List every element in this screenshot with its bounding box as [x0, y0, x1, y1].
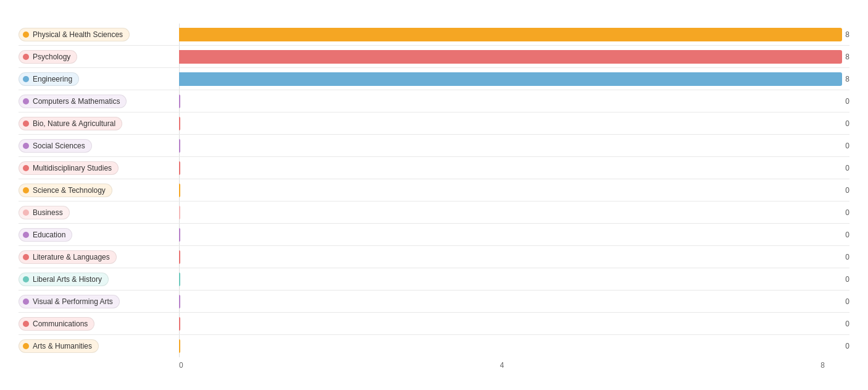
- bar-row: Education0: [19, 224, 849, 246]
- bar-row: Bio, Nature & Agricultural0: [19, 112, 849, 135]
- pill-dot: [23, 276, 29, 282]
- bar-value-label: 0: [845, 142, 849, 150]
- pill-dot: [23, 76, 29, 82]
- pill-dot: [23, 98, 29, 104]
- pill-dot: [23, 32, 29, 38]
- pill-dot: [23, 187, 29, 193]
- label-area: Physical & Health Sciences: [19, 28, 179, 41]
- bar-label: Science & Technology: [33, 186, 106, 195]
- bar-value-label: 0: [845, 320, 849, 328]
- x-axis-label: 4: [500, 361, 504, 370]
- bar-value-label: 0: [845, 97, 849, 106]
- bar-label: Multidisciplinary Studies: [33, 164, 112, 172]
- label-pill: Science & Technology: [19, 184, 112, 197]
- label-pill: Bio, Nature & Agricultural: [19, 117, 122, 130]
- bar-value-label: 0: [845, 119, 849, 128]
- bar-row: Science & Technology0: [19, 179, 849, 201]
- bar-track: [179, 184, 842, 197]
- pill-dot: [23, 210, 29, 216]
- bar-label: Business: [33, 208, 63, 217]
- bar-and-value: 8: [179, 46, 849, 67]
- bar-and-value: 0: [179, 201, 849, 223]
- bar-fill: [179, 206, 180, 219]
- pill-dot: [23, 321, 29, 327]
- pill-dot: [23, 54, 29, 60]
- bar-value-label: 0: [845, 342, 849, 350]
- bar-label: Arts & Humanities: [33, 342, 92, 350]
- label-area: Multidisciplinary Studies: [19, 161, 179, 175]
- bar-fill: [179, 228, 180, 242]
- bar-fill: [179, 50, 842, 64]
- bar-row: Computers & Mathematics0: [19, 90, 849, 112]
- bar-track: [179, 161, 842, 175]
- bar-value-label: 0: [845, 231, 849, 239]
- bar-and-value: 0: [179, 246, 849, 268]
- label-area: Visual & Performing Arts: [19, 295, 179, 308]
- bar-and-value: 8: [179, 23, 849, 45]
- label-area: Social Sciences: [19, 139, 179, 153]
- label-area: Psychology: [19, 50, 179, 64]
- bar-row: Multidisciplinary Studies0: [19, 157, 849, 179]
- bar-track: [179, 295, 842, 308]
- bar-fill: [179, 273, 180, 286]
- bar-row: Psychology8: [19, 46, 849, 68]
- bar-value-label: 0: [845, 253, 849, 261]
- pill-dot: [23, 254, 29, 260]
- bar-fill: [179, 295, 180, 308]
- bar-fill: [179, 95, 180, 108]
- bar-row: Social Sciences0: [19, 135, 849, 157]
- bar-row: Liberal Arts & History0: [19, 268, 849, 290]
- label-area: Arts & Humanities: [19, 339, 179, 353]
- label-pill: Literature & Languages: [19, 250, 117, 264]
- bar-fill: [179, 317, 180, 331]
- bar-label: Social Sciences: [33, 142, 85, 150]
- bar-label: Computers & Mathematics: [33, 97, 120, 106]
- bar-row: Arts & Humanities0: [19, 335, 849, 357]
- bar-label: Education: [33, 231, 65, 239]
- bar-track: [179, 50, 842, 64]
- bar-and-value: 0: [179, 157, 849, 179]
- bar-track: [179, 28, 842, 41]
- label-pill: Social Sciences: [19, 139, 92, 153]
- bar-row: Engineering8: [19, 68, 849, 90]
- x-axis-label: 8: [820, 361, 825, 370]
- label-area: Bio, Nature & Agricultural: [19, 117, 179, 130]
- label-area: Science & Technology: [19, 184, 179, 197]
- bar-value-label: 0: [845, 275, 849, 284]
- bar-value-label: 8: [845, 30, 849, 39]
- chart-area: Physical & Health Sciences8Psychology8En…: [19, 23, 849, 370]
- label-area: Literature & Languages: [19, 250, 179, 264]
- bar-row: Communications0: [19, 313, 849, 335]
- bar-fill: [179, 339, 180, 353]
- bar-track: [179, 72, 842, 86]
- bar-value-label: 8: [845, 75, 849, 83]
- bar-row: Visual & Performing Arts0: [19, 290, 849, 313]
- label-pill: Visual & Performing Arts: [19, 295, 120, 308]
- label-pill: Education: [19, 228, 72, 242]
- label-pill: Computers & Mathematics: [19, 95, 127, 108]
- label-pill: Engineering: [19, 72, 79, 86]
- bar-track: [179, 117, 842, 130]
- label-pill: Communications: [19, 317, 94, 331]
- x-axis-label: 0: [179, 361, 183, 370]
- bar-label: Physical & Health Sciences: [33, 30, 123, 39]
- bar-and-value: 0: [179, 290, 849, 312]
- label-pill: Business: [19, 206, 70, 219]
- label-area: Communications: [19, 317, 179, 331]
- bar-and-value: 0: [179, 112, 849, 134]
- label-area: Liberal Arts & History: [19, 273, 179, 286]
- bar-value-label: 0: [845, 164, 849, 172]
- label-area: Education: [19, 228, 179, 242]
- label-pill: Psychology: [19, 50, 77, 64]
- bar-and-value: 0: [179, 224, 849, 245]
- label-pill: Physical & Health Sciences: [19, 28, 130, 41]
- bar-track: [179, 339, 842, 353]
- bar-track: [179, 250, 842, 264]
- bar-fill: [179, 184, 180, 197]
- bar-track: [179, 317, 842, 331]
- bar-track: [179, 273, 842, 286]
- bar-and-value: 0: [179, 179, 849, 201]
- bar-fill: [179, 72, 842, 86]
- bar-track: [179, 228, 842, 242]
- bar-row: Literature & Languages0: [19, 246, 849, 268]
